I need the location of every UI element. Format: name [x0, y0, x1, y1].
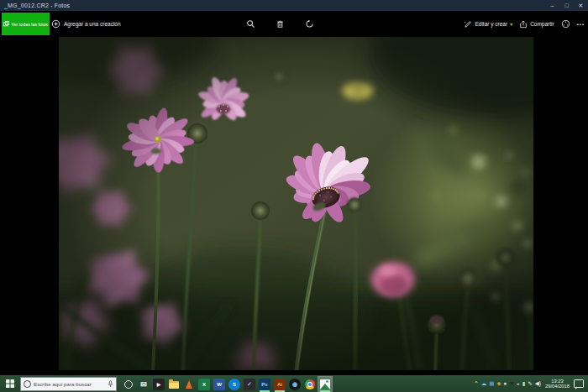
excel-icon: X	[198, 379, 210, 390]
share-button[interactable]: Compartir	[519, 20, 554, 29]
app-command-bar: Ver todas las fotos Agregar a una creaci…	[0, 11, 588, 37]
skype-icon: S	[228, 379, 240, 390]
vlc-icon	[186, 380, 192, 389]
taskbar-app-chrome[interactable]	[303, 377, 317, 392]
add-creation-icon	[51, 19, 60, 29]
taskbar-app-word[interactable]: W	[213, 377, 226, 392]
cortana-icon	[124, 380, 133, 389]
taskbar-app-movies-tv[interactable]: ▶	[152, 377, 165, 392]
share-label: Compartir	[530, 21, 554, 27]
illustrator-icon: Ai	[274, 379, 286, 390]
add-to-creation-button[interactable]: Agregar a una creación	[51, 13, 121, 35]
3d-effects-icon[interactable]	[561, 19, 570, 29]
add-to-creation-label: Agregar a una creación	[64, 21, 121, 27]
taskbar-app-illustrator[interactable]: Ai	[273, 377, 286, 392]
microphone-icon[interactable]	[108, 380, 113, 388]
tray-theme-icon[interactable]: ◒	[517, 381, 520, 387]
zoom-icon[interactable]	[246, 19, 255, 29]
taskbar-app-camera[interactable]: ◉	[288, 377, 302, 392]
titlebar: _MG_0012.CR2 - Fotos – □ ✕	[0, 0, 588, 11]
taskbar-app-excel[interactable]: X	[197, 377, 211, 392]
right-toolbar: Editar y crear ▾ Compartir •••	[464, 11, 585, 37]
taskbar-clock[interactable]: 13:23 29/04/2018	[545, 379, 570, 389]
taskbar-search[interactable]	[20, 377, 117, 391]
photo-viewer[interactable]	[59, 28, 533, 370]
file-explorer-icon	[169, 381, 179, 389]
cortana-icon	[24, 380, 31, 388]
edit-create-button[interactable]: Editar y crear ▾	[464, 20, 512, 29]
delete-icon[interactable]	[276, 19, 285, 29]
edit-create-label: Editar y crear	[475, 21, 507, 27]
tray-updates-icon[interactable]: ◈	[496, 381, 501, 387]
window-controls: – □ ✕	[545, 0, 588, 11]
rotate-icon[interactable]	[305, 19, 314, 29]
action-center-icon[interactable]	[574, 379, 584, 388]
taskbar-app-file-explorer[interactable]	[167, 377, 181, 392]
tray-pen-icon[interactable]: ✎	[528, 381, 532, 387]
tray-icons: ⌃☁▦◈●✕◒▮✎◀)	[474, 381, 541, 387]
taskbar-apps: ✉▶XWS✓PsAi◉	[122, 375, 332, 392]
mail-icon: ✉	[138, 379, 150, 390]
share-icon	[519, 20, 528, 29]
photoshop-icon: Ps	[259, 379, 270, 390]
taskbar-app-photos[interactable]	[318, 377, 332, 392]
clock-date: 29/04/2018	[545, 384, 570, 389]
tray-hidden-icons-icon[interactable]: ⌃	[474, 381, 478, 387]
edit-icon	[464, 20, 472, 29]
tray-display-icon[interactable]: ●	[503, 381, 507, 387]
tray-background-task-icon[interactable]: ✕	[509, 381, 513, 387]
photo-daisies	[59, 28, 533, 370]
tray-security-icon[interactable]: ▦	[489, 381, 494, 387]
view-all-photos-label: Ver todas las fotos	[11, 22, 48, 27]
see-more-icon[interactable]: •••	[577, 22, 585, 27]
chevron-down-icon: ▾	[510, 21, 512, 27]
minimize-button[interactable]: –	[545, 0, 559, 11]
taskbar-app-mail[interactable]: ✉	[137, 377, 150, 392]
windows-logo-icon	[6, 379, 14, 388]
taskbar-app-photoshop[interactable]: Ps	[258, 377, 271, 392]
taskbar-app-skype[interactable]: S	[228, 377, 241, 392]
search-input[interactable]	[34, 381, 102, 387]
movies-tv-icon: ▶	[153, 379, 165, 390]
start-button[interactable]	[0, 375, 20, 392]
photo-gallery-icon	[3, 20, 9, 28]
to-do-icon: ✓	[244, 379, 255, 390]
tray-battery-icon[interactable]: ▮	[522, 381, 526, 387]
taskbar-app-vlc[interactable]	[182, 377, 196, 392]
camera-icon: ◉	[289, 379, 301, 390]
window-title: _MG_0012.CR2 - Fotos	[0, 3, 545, 8]
photos-icon	[320, 379, 330, 389]
photos-app-window: _MG_0012.CR2 - Fotos – □ ✕ Ver todas las…	[0, 0, 588, 392]
center-toolbar	[246, 11, 314, 37]
maximize-button[interactable]: □	[559, 0, 574, 11]
close-button[interactable]: ✕	[574, 0, 588, 11]
taskbar-app-to-do[interactable]: ✓	[243, 377, 256, 392]
word-icon: W	[213, 379, 225, 390]
chrome-icon	[305, 379, 315, 389]
photo-vignette	[59, 28, 533, 370]
tray-onedrive-icon[interactable]: ☁	[481, 381, 487, 387]
tray-volume-icon[interactable]: ◀)	[535, 381, 541, 387]
taskbar-app-cortana[interactable]	[122, 377, 135, 392]
system-tray: ⌃☁▦◈●✕◒▮✎◀) 13:23 29/04/2018	[474, 375, 585, 392]
view-all-photos-button[interactable]: Ver todas las fotos	[2, 13, 50, 35]
